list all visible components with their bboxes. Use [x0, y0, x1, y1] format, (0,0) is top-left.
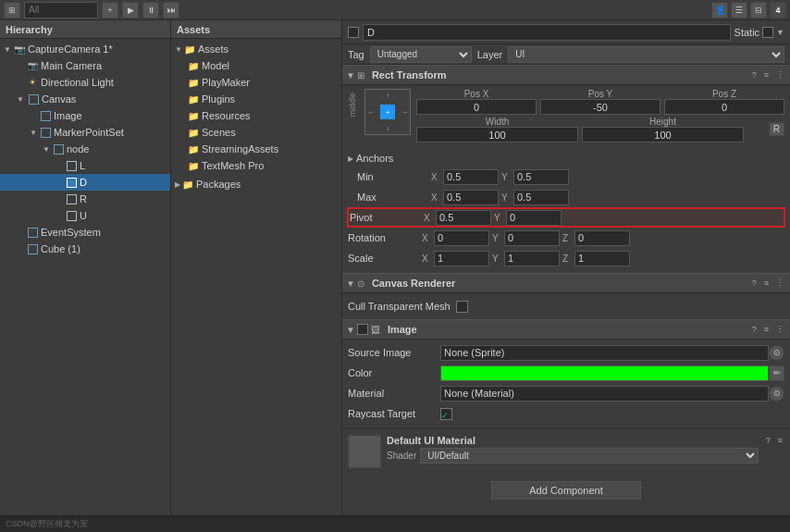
static-area: Static ▼	[734, 27, 784, 38]
active-checkbox[interactable]	[348, 27, 359, 38]
min-y-input[interactable]	[513, 169, 569, 185]
tree-item-D[interactable]: D	[0, 174, 170, 191]
tag-select[interactable]: Untagged	[370, 46, 472, 63]
source-image-select-btn[interactable]: ⊙	[769, 345, 784, 361]
material-help-icon[interactable]: ?	[764, 435, 772, 446]
material-settings-icon[interactable]: ≡	[776, 435, 784, 446]
raycast-checkbox[interactable]: ✓	[440, 408, 452, 420]
scale-y-input[interactable]	[504, 251, 560, 266]
hierarchy-header: Hierarchy	[0, 20, 170, 39]
rotation-x-input[interactable]	[434, 230, 489, 246]
source-image-row: Source Image None (Sprite) ⊙	[348, 343, 784, 362]
search-input[interactable]	[24, 2, 98, 19]
max-y-input[interactable]	[513, 190, 569, 205]
step-button[interactable]: ⏭	[163, 2, 179, 19]
pos-z-label: Pos Z	[712, 89, 736, 99]
cull-checkbox[interactable]	[456, 301, 468, 313]
cull-row: Cull Transparent Mesh	[348, 297, 784, 315]
pos-z-input[interactable]	[664, 99, 784, 115]
tree-item-event-system[interactable]: EventSystem	[0, 224, 170, 241]
asset-item-assets[interactable]: ▼ 📁 Assets	[171, 41, 341, 57]
image-more-icon[interactable]: ⋮	[774, 324, 786, 335]
pos-x-input[interactable]	[416, 99, 537, 115]
rotation-z-input[interactable]	[574, 230, 630, 246]
min-x-input[interactable]	[443, 169, 499, 185]
source-image-field[interactable]: None (Sprite)	[440, 345, 769, 361]
image-active-checkbox[interactable]	[357, 324, 368, 335]
object-name-input[interactable]	[363, 24, 731, 41]
image-section-header[interactable]: ▼ 🖼 Image ? ≡ ⋮	[342, 319, 790, 340]
layout-icon[interactable]: ⊟	[750, 2, 767, 19]
add-component-area: Add Component	[342, 474, 790, 507]
material-field[interactable]: None (Material)	[440, 386, 769, 402]
anchor-visual[interactable]: + ↑ ↓ ← →	[364, 89, 411, 135]
layers-icon[interactable]: ☰	[731, 2, 747, 19]
tree-item-image[interactable]: Image	[0, 107, 170, 124]
asset-item-model[interactable]: 📁 Model	[171, 57, 341, 74]
rect-transform-header[interactable]: ▼ ⊞ Rect Transform ? ≡ ⋮	[342, 65, 790, 85]
settings-icon[interactable]: ≡	[762, 69, 771, 80]
asset-item-playmaker[interactable]: 📁 PlayMaker	[171, 74, 341, 91]
material-select-btn[interactable]: ⊙	[769, 386, 784, 402]
tree-item-marker-point-set[interactable]: ▼ MarkerPointSet	[0, 124, 170, 141]
scale-x-input[interactable]	[434, 251, 489, 266]
material-section: Default UI Material Shader UI/Default ? …	[342, 428, 790, 474]
account-icon[interactable]: 👤	[711, 2, 728, 19]
raycast-label: Raycast Target	[348, 408, 440, 419]
max-x-input[interactable]	[443, 190, 499, 205]
static-dropdown-arrow[interactable]: ▼	[776, 28, 784, 37]
width-input[interactable]	[416, 127, 578, 142]
scale-z-input[interactable]	[574, 251, 630, 266]
canvas-help-icon[interactable]: ?	[750, 278, 759, 289]
asset-item-textmesh[interactable]: 📁 TextMesh Pro	[171, 157, 341, 174]
tree-item-node[interactable]: ▼ node	[0, 141, 170, 157]
tree-item-R[interactable]: R	[0, 191, 170, 207]
asset-item-streaming-assets[interactable]: 📁 StreamingAssets	[171, 141, 341, 157]
height-input[interactable]	[582, 127, 744, 142]
tree-item-cube[interactable]: Cube (1)	[0, 241, 170, 257]
color-bar[interactable]	[440, 365, 769, 381]
pause-button[interactable]: ⏸	[142, 2, 159, 19]
color-edit-btn[interactable]: ✏	[769, 365, 784, 381]
tree-item-canvas[interactable]: ▼ Canvas	[0, 91, 170, 107]
add-button[interactable]: +	[102, 2, 118, 19]
canvas-settings-icon[interactable]: ≡	[762, 278, 771, 289]
shader-select[interactable]: UI/Default	[420, 448, 758, 464]
pivot-x-input[interactable]	[436, 210, 491, 226]
pivot-y-input[interactable]	[506, 210, 562, 226]
layer-select[interactable]: UI	[508, 46, 784, 63]
rotation-y-input[interactable]	[504, 230, 560, 246]
add-component-button[interactable]: Add Component	[491, 481, 641, 500]
tree-item-U[interactable]: U	[0, 207, 170, 224]
tag-label: Tag	[348, 49, 364, 60]
pos-y-input[interactable]	[540, 99, 660, 115]
hierarchy-content: ▼ 📷 CaptureCamera 1* 📷 Main Camera ☀ Dir…	[0, 39, 170, 515]
anchors-max-row: Max X Y	[348, 188, 784, 206]
more-icon[interactable]: ⋮	[774, 69, 786, 80]
material-label: Material	[348, 388, 440, 399]
help-icon[interactable]: ?	[750, 69, 759, 80]
image-settings-icon[interactable]: ≡	[762, 324, 771, 335]
play-button[interactable]: ▶	[122, 2, 139, 19]
tree-item-capture-camera[interactable]: ▼ 📷 CaptureCamera 1*	[0, 41, 170, 57]
tree-item-directional-light[interactable]: ☀ Directional Light	[0, 74, 170, 91]
rotation-z-label: Z	[562, 233, 572, 243]
tree-item-L[interactable]: L	[0, 157, 170, 174]
asset-item-packages[interactable]: ▶ 📁 Packages	[171, 176, 341, 192]
pivot-y-label: Y	[494, 213, 503, 223]
static-checkbox[interactable]	[762, 27, 773, 38]
bottom-bar: CSDN@野区捕龙为宠	[0, 515, 790, 532]
tree-item-main-camera[interactable]: 📷 Main Camera	[0, 57, 170, 74]
canvas-more-icon[interactable]: ⋮	[774, 278, 786, 289]
transform-rows: ▶ Anchors Min X Y Max X Y	[342, 150, 790, 273]
canvas-renderer-header[interactable]: ▼ ⊙ Canvas Renderer ? ≡ ⋮	[342, 273, 790, 293]
image-actions: ? ≡ ⋮	[750, 324, 786, 335]
asset-item-resources[interactable]: 📁 Resources	[171, 107, 341, 124]
asset-item-plugins[interactable]: 📁 Plugins	[171, 91, 341, 107]
shader-row: Shader UI/Default	[387, 448, 759, 464]
unity-logo[interactable]: ⊞	[4, 2, 20, 19]
r-button[interactable]: R	[769, 122, 784, 136]
asset-item-scenes[interactable]: 📁 Scenes	[171, 124, 341, 141]
image-help-icon[interactable]: ?	[750, 324, 759, 335]
pivot-label: Pivot	[350, 212, 424, 223]
